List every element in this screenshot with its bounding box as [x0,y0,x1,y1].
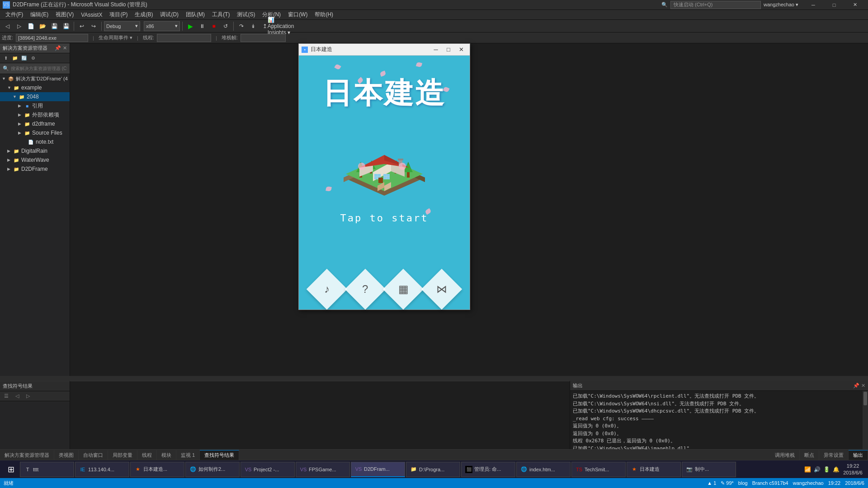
platform-dropdown[interactable]: x86▾ [144,21,180,31]
taskbar-item-fpsgame[interactable]: VS FPSGame... [296,462,350,477]
toolbar-saveall-btn[interactable]: 💾 [61,21,71,32]
tree-d2dframe[interactable]: ▶ 📁 d2dframe [0,119,70,128]
output-line-2: 已加载"C:\Windows\SysWOW64\nsi.dll"。无法查找或打开… [573,400,865,408]
toolbar-undo-btn[interactable]: ↩ [76,21,87,32]
taskbar-item-jpkenzo2[interactable]: ★ 日本建造 [627,462,681,477]
tree-solution[interactable]: ▼ 📦 解决方案'D2DFrame' (4 [0,74,70,83]
taskbar-item-tttt[interactable]: T tttt [20,462,74,477]
menu-vassistx[interactable]: VAssistX [77,10,106,20]
taskbar-item-howto[interactable]: 🌐 如何制作2... [185,462,240,477]
toolbar-sep1 [74,22,74,31]
share-button[interactable]: ⋈ [421,269,462,310]
toolbar-redo-btn[interactable]: ↪ [88,21,99,32]
menu-tools[interactable]: 工具(T) [208,10,233,20]
pause-btn[interactable]: ⏸ [197,21,208,32]
minimize-button[interactable]: ─ [803,0,824,10]
menu-file[interactable]: 文件(F) [2,10,27,20]
toolbar-back-btn[interactable]: ◁ [2,21,13,32]
restart-btn[interactable]: ↺ [220,21,231,32]
menu-edit[interactable]: 编辑(E) [27,10,52,20]
find-list-btn[interactable]: ☰ [2,392,11,401]
taskbar-label-index: index.htm... [529,467,555,472]
taskbar-item-browser1[interactable]: IE 113.140.4... [75,462,129,477]
maximize-button[interactable]: □ [824,0,844,10]
find-prev-btn[interactable]: ◁ [13,392,22,401]
bottom-tabs-bar: 解决方案资源管理器 类视图 自动窗口 局部变量 线程 模块 监视 1 查找符号结… [0,449,868,460]
appinsights-btn[interactable]: 📊 Application Insights ▾ [275,21,286,32]
start-button[interactable]: ⊞ [2,461,20,478]
tree-digitalrain[interactable]: ▶ 📁 DigitalRain [0,146,70,155]
tree-d2dframe-root[interactable]: ▶ 📁 D2DFrame [0,164,70,174]
tree-2048[interactable]: ▼ 📁 2048 [0,92,70,101]
tree-source-files[interactable]: ▶ 📁 Source Files [0,128,70,137]
toolbar-fwd-btn[interactable]: ▷ [14,21,24,32]
tree-example[interactable]: ▼ 📁 example [0,83,70,92]
tab-locals[interactable]: 局部变量 [108,450,137,460]
config-dropdown[interactable]: Debug▾ [104,21,140,31]
stop-btn[interactable]: ■ [208,21,219,32]
game-maximize-btn[interactable]: □ [443,45,454,55]
tab-callstack[interactable]: 调用堆栈 [770,450,800,460]
tab-exceptions[interactable]: 异常设置 [819,450,849,460]
stepover-btn[interactable]: ↷ [236,21,247,32]
status-date: 2018/6/6 [845,480,864,486]
taskbar-icon-cmd: ⬛ [465,466,472,473]
status-ready: 就绪 [4,480,14,487]
close-panel-icon[interactable]: ✕ [63,45,67,51]
tree-waterwave[interactable]: ▶ 📁 WaterWave [0,155,70,164]
taskbar-item-index[interactable]: 🌐 index.htm... [516,462,571,477]
taskbar-item-explorer[interactable]: 📁 D:\Progra... [406,462,460,477]
tab-threads[interactable]: 线程 [137,450,157,460]
tree-ref[interactable]: ▶ ■ 引用 [0,101,70,110]
se-btn3[interactable]: 🔄 [20,54,28,62]
tab-class-view[interactable]: 类视图 [54,450,79,460]
menu-build[interactable]: 生成(B) [131,10,156,20]
pin-icon[interactable]: 📌 [55,45,61,51]
menu-view[interactable]: 视图(V) [52,10,77,20]
menu-project[interactable]: 项目(P) [106,10,131,20]
help-button[interactable]: ? [344,269,386,310]
taskbar-item-jpkenzo[interactable]: ★ 日本建造... [130,462,184,477]
taskbar-item-d2dframe[interactable]: VS D2DFram... [351,462,405,477]
toolbar-save-btn[interactable]: 💾 [49,21,60,32]
play-btn[interactable]: ▶ [185,21,196,32]
tab-breakpoints[interactable]: 断点 [800,450,819,460]
menu-debug[interactable]: 调试(D) [156,10,182,20]
tab-auto-window[interactable]: 自动窗口 [79,450,108,460]
toolbar-new-btn[interactable]: 📄 [25,21,36,32]
house-svg [335,119,434,218]
toolbar-open-btn[interactable]: 📂 [37,21,48,32]
tab-watch1[interactable]: 监视 1 [176,450,200,460]
tab-modules[interactable]: 模块 [157,450,176,460]
game-minimize-btn[interactable]: ─ [430,45,442,55]
taskbar-item-capture[interactable]: 📷 制中... [682,462,736,477]
taskbar-icon-tttt: T [24,466,31,473]
se-btn1[interactable]: ⬆ [2,54,10,62]
close-button[interactable]: ✕ [844,0,865,10]
se-btn4[interactable]: ⚙ [29,54,37,62]
taskbar-item-cmd[interactable]: ⬛ 管理员: 命... [461,462,515,477]
status-errors: ▲ 1 [707,480,716,486]
se-btn2[interactable]: 📁 [11,54,19,62]
taskbar-item-proj2[interactable]: VS Project2 -... [241,462,295,477]
tab-find-symbols[interactable]: 查找符号结果 [200,450,239,460]
tree-external[interactable]: ▶ 📁 外部依赖项 [0,110,70,119]
stepinto-btn[interactable]: ↡ [248,21,259,32]
menu-test[interactable]: 测试(S) [233,10,259,20]
output-pin-icon[interactable]: 📌 [853,383,859,389]
menu-team[interactable]: 团队(M) [182,10,208,20]
tap-to-start-text[interactable]: Tap to start [299,212,470,224]
search-input[interactable] [11,66,67,71]
tab-solution-explorer[interactable]: 解决方案资源管理器 [0,450,54,460]
find-next-btn[interactable]: ▷ [24,392,33,401]
music-button[interactable]: ♪ [307,269,348,310]
taskbar-icon-howto: 🌐 [189,466,197,473]
tab-output[interactable]: 输出 [849,450,868,460]
game-close-btn[interactable]: ✕ [455,45,467,55]
output-close-icon[interactable]: ✕ [861,383,865,389]
menu-help[interactable]: 帮助(H) [311,10,337,20]
tree-note[interactable]: 📄 note.txt [0,137,70,146]
taskbar-label-d2dframe: D2DFram... [364,466,390,472]
stats-button[interactable]: ▦ [383,269,424,310]
taskbar-item-techsmit[interactable]: TS TechSmit... [571,462,626,477]
